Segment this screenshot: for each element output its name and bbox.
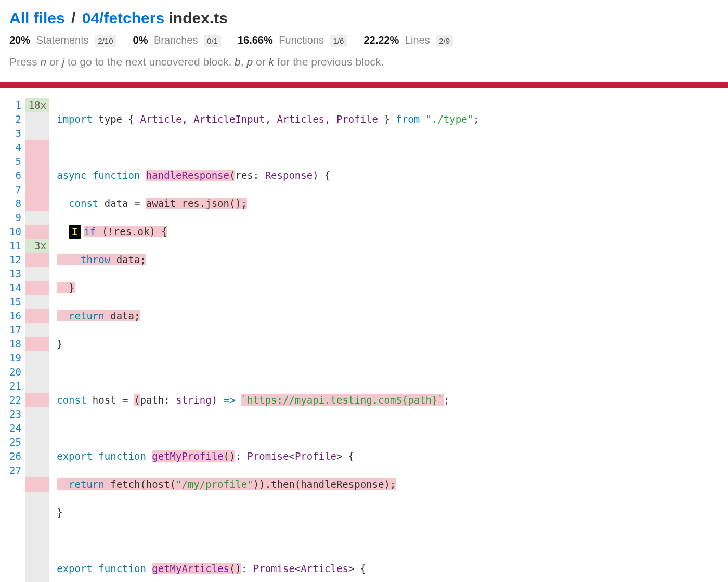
stat-statements: 20% Statements 2/10: [9, 34, 116, 46]
line-number[interactable]: 21: [9, 379, 22, 393]
coverage-count: [25, 463, 49, 477]
coverage-count: [25, 435, 49, 449]
stat-pct: 0%: [133, 34, 148, 46]
breadcrumb: All files / 04/fetchers index.ts: [9, 9, 719, 27]
coverage-count: 3x: [25, 239, 49, 253]
coverage-count: [25, 183, 49, 197]
stat-label: Lines: [405, 34, 430, 46]
line-number[interactable]: 15: [9, 295, 22, 309]
line-number[interactable]: 1: [9, 98, 22, 112]
breadcrumb-sep: /: [69, 9, 77, 27]
coverage-ruler: [0, 82, 728, 88]
code-line: export function getMyProfile(): Promise<…: [57, 449, 719, 463]
line-number[interactable]: 20: [9, 365, 22, 379]
code-line: }: [57, 281, 719, 295]
stat-frac: 2/10: [95, 35, 116, 47]
line-number[interactable]: 12: [9, 253, 22, 267]
code-view: 1234567891011121314151617181920212223242…: [9, 98, 719, 582]
stat-frac: 0/1: [204, 35, 221, 47]
stat-frac: 1/6: [330, 35, 347, 47]
coverage-count: 18x: [25, 98, 49, 112]
code-line: [57, 534, 719, 548]
line-number-gutter: 1234567891011121314151617181920212223242…: [9, 98, 25, 582]
code-line: import type { Article, ArticleInput, Art…: [57, 112, 719, 126]
line-number[interactable]: 4: [9, 140, 22, 154]
stat-functions: 16.66% Functions 1/6: [238, 34, 347, 46]
coverage-count: [25, 393, 49, 407]
code-line: [57, 421, 719, 435]
line-number[interactable]: 22: [9, 393, 22, 407]
code-line: async function handleResponse(res: Respo…: [57, 169, 719, 183]
line-number[interactable]: 16: [9, 309, 22, 323]
line-number[interactable]: 13: [9, 267, 22, 281]
line-number[interactable]: 27: [9, 463, 22, 477]
coverage-count: [25, 295, 49, 309]
coverage-count: [25, 126, 49, 140]
stat-label: Branches: [154, 34, 198, 46]
breadcrumb-path-link[interactable]: 04/fetchers: [82, 9, 164, 27]
line-number[interactable]: 5: [9, 154, 22, 169]
code-column: import type { Article, ArticleInput, Art…: [49, 98, 719, 582]
coverage-count: [25, 449, 49, 463]
line-number[interactable]: 9: [9, 211, 22, 225]
keyboard-hint: Press n or j to go to the next uncovered…: [9, 56, 719, 68]
line-number[interactable]: 18: [9, 337, 22, 351]
line-number[interactable]: 17: [9, 323, 22, 337]
line-number[interactable]: 8: [9, 197, 22, 211]
code-line: return fetch(host("/my/profile")).then(h…: [57, 477, 719, 492]
coverage-count: [25, 211, 49, 225]
code-line: }: [57, 506, 719, 520]
coverage-count: [25, 323, 49, 337]
coverage-count: [25, 169, 49, 183]
coverage-count: [25, 154, 49, 169]
line-number[interactable]: 26: [9, 449, 22, 463]
line-number[interactable]: 19: [9, 351, 22, 365]
code-line: const host = (path: string) => `https://…: [57, 393, 719, 407]
breadcrumb-root-link[interactable]: All files: [9, 9, 65, 27]
line-number[interactable]: 3: [9, 126, 22, 140]
code-line: return data;: [57, 309, 719, 323]
coverage-count: [25, 379, 49, 393]
branch-marker-icon: I: [69, 225, 81, 239]
coverage-gutter: 18x 3x: [25, 98, 49, 582]
breadcrumb-current: index.ts: [169, 9, 228, 27]
coverage-stats: 20% Statements 2/10 0% Branches 0/1 16.6…: [9, 34, 719, 46]
line-number[interactable]: 10: [9, 225, 22, 239]
code-line: const data = await res.json();: [57, 197, 719, 211]
stat-pct: 16.66%: [238, 34, 273, 46]
code-line: throw data;: [57, 253, 719, 267]
line-number[interactable]: 11: [9, 239, 22, 253]
coverage-count: [25, 407, 49, 421]
line-number[interactable]: 24: [9, 421, 22, 435]
code-line: Iif (!res.ok) {: [57, 225, 719, 239]
stat-branches: 0% Branches 0/1: [133, 34, 221, 46]
code-line: }: [57, 337, 719, 351]
line-number[interactable]: 2: [9, 112, 22, 126]
coverage-count: [25, 112, 49, 126]
coverage-count: [25, 337, 49, 351]
line-number[interactable]: 7: [9, 183, 22, 197]
line-number[interactable]: 25: [9, 435, 22, 449]
stat-label: Statements: [36, 34, 89, 46]
code-line: [57, 365, 719, 379]
line-number[interactable]: 14: [9, 281, 22, 295]
code-line: export function getMyArticles(): Promise…: [57, 562, 719, 576]
stat-label: Functions: [279, 34, 324, 46]
stat-pct: 22.22%: [363, 34, 399, 46]
coverage-count: [25, 365, 49, 379]
coverage-count: [25, 421, 49, 435]
stat-frac: 2/9: [436, 35, 453, 47]
line-number[interactable]: 23: [9, 407, 22, 421]
coverage-count: [25, 351, 49, 365]
coverage-count: [25, 267, 49, 281]
code-line: [57, 140, 719, 154]
coverage-count: [25, 140, 49, 154]
line-number[interactable]: 6: [9, 169, 22, 183]
stat-lines: 22.22% Lines 2/9: [363, 34, 453, 46]
stat-pct: 20%: [9, 34, 30, 46]
